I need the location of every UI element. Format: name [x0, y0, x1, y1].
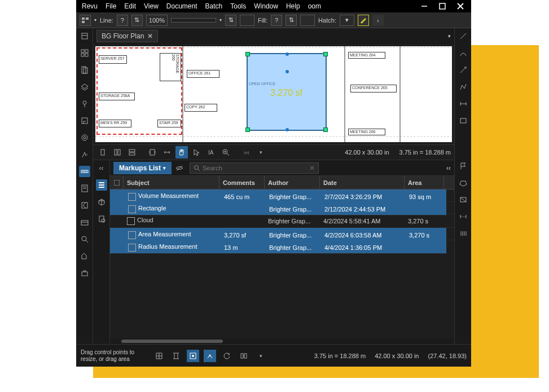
document-tab[interactable]: BG Floor Plan ✕ — [96, 30, 158, 42]
search-icon[interactable] — [79, 234, 90, 245]
measurements-icon[interactable] — [79, 166, 90, 177]
studio-icon[interactable] — [79, 250, 90, 262]
svg-rect-56 — [114, 180, 120, 186]
markups-title[interactable]: Markups List ▾ — [113, 162, 172, 174]
links-icon[interactable] — [79, 115, 90, 126]
sync-icon[interactable] — [238, 350, 250, 362]
highlight-toggle[interactable] — [358, 15, 369, 26]
table-row[interactable]: RectangleBrighter Grap...2/12/2024 2:44:… — [110, 202, 446, 215]
status-dropdown-icon[interactable]: ▾ — [254, 350, 267, 362]
fill-color-button[interactable]: ? — [271, 15, 282, 26]
table-row[interactable]: CloudBrighter Grap...4/2/2024 5:58:41 AM… — [110, 214, 454, 228]
column-date[interactable]: Date — [320, 176, 405, 189]
forms-icon[interactable] — [79, 183, 90, 194]
column-author[interactable]: Author — [265, 176, 320, 189]
window-close-button[interactable] — [455, 1, 465, 11]
page-dropdown-icon[interactable]: ▾ — [254, 146, 267, 158]
sets-icon[interactable] — [79, 217, 90, 228]
3d-mode-icon[interactable] — [96, 196, 107, 208]
menu-window[interactable]: Window — [254, 2, 278, 10]
line-weight-stepper[interactable]: ⇅ — [131, 15, 143, 26]
selected-area-markup[interactable]: 3,270 sf — [247, 53, 327, 131]
flag-tool-icon[interactable] — [458, 160, 469, 171]
fit-width-icon[interactable] — [161, 146, 173, 158]
line-end1-value[interactable] — [240, 15, 254, 26]
toolchest-icon[interactable] — [79, 267, 90, 279]
zoom-tool-icon[interactable] — [219, 146, 232, 158]
arc-tool-icon[interactable] — [458, 47, 469, 59]
document-viewport[interactable]: SERVER 257 STORAGE 260 STORAGE 258A MEN'… — [95, 46, 452, 142]
properties-menu-button[interactable] — [80, 15, 91, 26]
menu-view[interactable]: View — [144, 2, 159, 10]
panel-collapse-icon[interactable]: ‹‹ — [96, 162, 107, 174]
fill-opacity-stepper[interactable]: ⇅ — [286, 15, 297, 26]
width-measure-icon[interactable] — [458, 211, 469, 222]
split-vertical-icon[interactable] — [111, 146, 124, 158]
menu-edit[interactable]: Edit — [124, 2, 136, 10]
rectangle-tool-icon[interactable] — [458, 115, 469, 126]
page-filter-icon[interactable] — [96, 213, 107, 224]
menu-revu[interactable]: Revu — [82, 2, 98, 10]
toolbar-more-button[interactable]: › — [372, 15, 384, 26]
grid-icon[interactable] — [153, 350, 165, 362]
prev-page-icon[interactable]: ⏮ — [240, 146, 252, 158]
horizontal-scrollbar[interactable] — [110, 338, 454, 344]
window-maximize-button[interactable] — [437, 1, 447, 11]
menu-document[interactable]: Document — [166, 2, 197, 10]
fit-page-icon[interactable] — [146, 146, 159, 158]
fill-opacity-value[interactable] — [300, 15, 315, 26]
bookmarks-icon[interactable] — [79, 64, 90, 76]
menu-file[interactable]: File — [106, 2, 116, 10]
polygon-tool-icon[interactable] — [458, 177, 469, 188]
reuse-icon[interactable] — [221, 350, 233, 362]
hide-markups-icon[interactable] — [175, 164, 186, 172]
window-minimize-button[interactable] — [419, 1, 429, 11]
menu-batch[interactable]: Batch — [205, 2, 223, 10]
tab-close-button[interactable]: ✕ — [147, 32, 153, 40]
one-page-icon[interactable] — [96, 146, 109, 158]
column-checkbox[interactable] — [110, 176, 124, 189]
signatures-icon[interactable] — [79, 149, 90, 160]
list-mode-icon[interactable] — [96, 179, 107, 191]
menu-tools[interactable]: Tools — [230, 2, 246, 10]
line-color-button[interactable]: ? — [117, 15, 128, 26]
arrow-tool-icon[interactable] — [458, 64, 469, 76]
snap-markup-icon[interactable] — [204, 350, 216, 362]
polygon2-tool-icon[interactable] — [458, 194, 469, 205]
markups-search[interactable]: ✕ — [190, 162, 319, 174]
split-horizontal-icon[interactable] — [126, 146, 138, 158]
thumbnails-icon[interactable] — [79, 47, 90, 59]
svg-rect-40 — [129, 149, 135, 152]
dimension-tool-icon[interactable] — [458, 98, 469, 109]
room-stair: STAIR 259 — [157, 120, 181, 127]
menu-help[interactable]: Help — [286, 2, 300, 10]
pan-tool-icon[interactable] — [175, 146, 188, 158]
table-row[interactable]: Volume Measurement465 cu mBrighter Grap.… — [110, 190, 446, 203]
polyline-tool-icon[interactable] — [458, 81, 469, 93]
column-subject[interactable]: Subject — [124, 176, 219, 189]
count-tool-icon[interactable] — [458, 228, 469, 239]
line-tool-icon[interactable] — [458, 30, 469, 42]
settings-icon[interactable] — [79, 132, 90, 143]
table-row[interactable]: Radius Measurement13 mBrighter Grap...4/… — [110, 240, 446, 254]
file-access-icon[interactable] — [79, 30, 90, 42]
panel-expand-icon[interactable]: ‹‹ — [446, 164, 451, 172]
select-tool-icon[interactable] — [190, 146, 203, 158]
spaces-icon[interactable] — [79, 98, 90, 109]
table-row[interactable]: Area Measurement3,270 sfBrighter Grap...… — [110, 228, 446, 241]
hatch-dropdown[interactable]: ▾ — [340, 15, 354, 26]
snap-icon[interactable] — [170, 350, 182, 362]
svg-rect-12 — [85, 54, 88, 56]
line-end1-stepper[interactable]: ⇅ — [225, 15, 236, 26]
line-style-dropdown[interactable] — [171, 18, 216, 23]
navigation-back-icon[interactable] — [79, 200, 90, 211]
search-input[interactable] — [203, 165, 307, 171]
column-comments[interactable]: Comments — [219, 176, 265, 189]
layers-icon[interactable] — [79, 81, 90, 93]
column-area[interactable]: Area — [405, 176, 444, 189]
zoom-value[interactable]: 100% — [146, 15, 168, 26]
text-select-icon[interactable]: IA — [205, 146, 217, 158]
search-clear-icon[interactable]: ✕ — [309, 164, 315, 172]
tab-dropdown-button[interactable]: ▾ — [448, 33, 451, 39]
snap-content-icon[interactable] — [187, 350, 199, 362]
